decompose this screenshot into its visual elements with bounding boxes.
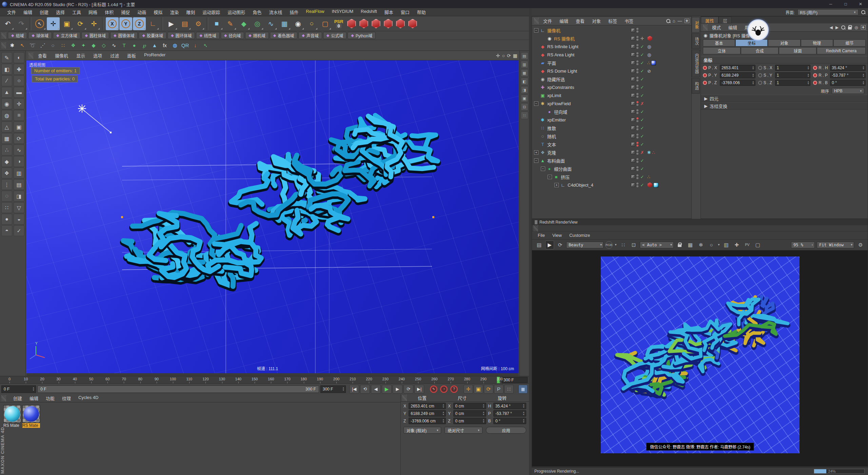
view-strip-icon-7[interactable]: ∷ xyxy=(521,112,528,119)
value-input[interactable]: 1▲▼ xyxy=(775,65,811,71)
amplify-tool-icon[interactable]: △ xyxy=(1,121,12,132)
play-forwards-button[interactable]: ▶ xyxy=(382,385,392,394)
view-strip-icon-6[interactable]: ⊡ xyxy=(521,103,528,111)
pinch-tool-icon[interactable]: ≡ xyxy=(14,110,24,121)
fx-icon[interactable]: fx xyxy=(160,41,170,50)
om-menu-对象[interactable]: 对象 xyxy=(588,18,605,24)
material-menu-功能[interactable]: 功能 xyxy=(42,395,58,401)
render-view-icon[interactable]: ▶ xyxy=(165,17,178,30)
keyframe-dot[interactable] xyxy=(758,81,762,85)
material-menu-编辑[interactable]: 编辑 xyxy=(26,395,42,401)
panel-divider[interactable] xyxy=(529,8,532,475)
autokey-button[interactable]: ◔ xyxy=(439,385,449,394)
visibility-dots[interactable] xyxy=(636,117,638,122)
menu-雕刻[interactable]: 雕刻 xyxy=(182,9,199,15)
target-tag[interactable]: ◎ xyxy=(647,52,651,57)
grid-array-icon[interactable]: ∷ xyxy=(58,41,68,50)
layer-color-box[interactable] xyxy=(631,175,635,179)
panel-grip[interactable] xyxy=(1,395,6,401)
matrix-icon[interactable]: ✦ xyxy=(79,41,88,50)
symmetry-tool-icon[interactable]: ◨ xyxy=(14,191,24,202)
enable-state[interactable]: ✓ xyxy=(640,174,645,179)
tag-icon[interactable]: ✓ xyxy=(14,225,24,236)
select-edges-icon[interactable]: ∿ xyxy=(14,145,24,155)
visibility-dots[interactable] xyxy=(636,166,638,171)
field-button-随机域[interactable]: ◆随机域 xyxy=(245,32,269,39)
record-pla-button[interactable]: ∷ xyxy=(504,385,514,394)
viewport-menu-显示[interactable]: 显示 xyxy=(72,52,89,59)
field-button-圆柱体域[interactable]: ◆圆柱体域 xyxy=(81,32,109,39)
coord-input-X[interactable]: 0 cm▲▼ xyxy=(453,403,486,409)
apply-button[interactable]: 应用 xyxy=(486,427,526,434)
enable-state[interactable]: ✓ xyxy=(640,166,645,171)
keyframe-dot[interactable] xyxy=(703,73,707,77)
visibility-dots[interactable] xyxy=(636,60,638,65)
snake-icon[interactable]: ➴ xyxy=(201,41,210,50)
layer-color-box[interactable] xyxy=(631,142,635,146)
fracture-icon[interactable]: ◆ xyxy=(89,41,98,50)
pan-view-icon[interactable]: ✛ xyxy=(496,53,500,58)
rv-menu-Customize[interactable]: Customize xyxy=(566,233,594,238)
enable-state[interactable]: ✗ xyxy=(640,150,645,155)
moinstance-icon[interactable]: ℘ xyxy=(140,41,149,50)
previous-frame-button[interactable]: ◀ xyxy=(371,385,381,394)
projection-tool-icon[interactable]: ⋮ xyxy=(1,179,12,190)
select-points-icon[interactable]: ∴ xyxy=(1,145,12,155)
enable-state[interactable]: ✓ xyxy=(640,158,645,163)
menu-角色[interactable]: 角色 xyxy=(249,9,265,15)
lock-y-axis-icon[interactable]: Y xyxy=(119,17,132,30)
object-row-隐藏所选[interactable]: ◉隐藏所选✓ xyxy=(532,75,691,83)
view-strip-icon-3[interactable]: ◧ xyxy=(521,78,528,85)
current-frame-spinner[interactable]: 0 F▲▼ xyxy=(1,385,36,393)
lock-z-axis-icon[interactable]: Z xyxy=(133,17,146,30)
object-row-RS Infinite Light[interactable]: ◆RS Infinite Light✓◎ xyxy=(532,42,691,51)
menu-RealFlow[interactable]: RealFlow xyxy=(302,9,328,15)
weight-icon[interactable]: ◓ xyxy=(1,225,12,236)
record-scale-button[interactable]: ▣ xyxy=(474,385,483,394)
attr-section-button-对象[interactable]: 对象 xyxy=(768,39,800,46)
radial-cloner-icon[interactable]: ◌ xyxy=(48,41,58,50)
keyframe-dot[interactable] xyxy=(703,81,707,85)
visibility-dots[interactable] xyxy=(636,36,638,41)
render-settings-gear-icon[interactable]: ⚙ xyxy=(856,241,865,249)
layer-color-box[interactable] xyxy=(631,126,635,130)
object-row-RS Area Light[interactable]: ◆RS Area Light✓◎ xyxy=(532,51,691,59)
psr-record-icon[interactable]: PSR0 xyxy=(332,17,345,30)
keyframe-dot[interactable] xyxy=(703,66,707,70)
field-button-组域[interactable]: ◆组域 xyxy=(8,32,27,39)
layer-color-box[interactable] xyxy=(631,110,635,114)
menu-模拟[interactable]: 模拟 xyxy=(150,9,166,15)
viewport-menu-ProRender[interactable]: ProRender xyxy=(140,52,170,59)
coordinate-system-icon[interactable]: ∟ xyxy=(146,17,159,30)
bucket-grid-icon[interactable]: ∷ xyxy=(619,241,628,249)
toggle-views-icon[interactable]: ▦ xyxy=(513,53,517,58)
grid-icon[interactable]: ▦ xyxy=(686,241,695,249)
object-row-随机[interactable]: ◌随机✓ xyxy=(532,132,691,140)
manager-tab-内容浏览器[interactable]: 内容浏览器 xyxy=(692,50,700,77)
material-menu-Cycles 4D[interactable]: Cycles 4D xyxy=(75,395,102,401)
rs-point-light-icon[interactable] xyxy=(346,18,357,30)
zoom-view-icon[interactable]: ○ xyxy=(502,53,505,58)
copy-image-icon[interactable]: ▢ xyxy=(753,241,762,249)
aov-select[interactable]: Beauty▼ xyxy=(566,242,604,248)
expand-toggle[interactable]: − xyxy=(534,158,538,163)
object-row-克隆[interactable]: +❖克隆✗✱∴ xyxy=(532,148,691,156)
panel-grip[interactable] xyxy=(533,225,538,231)
enable-state[interactable]: ✗ xyxy=(640,101,645,106)
am-add-icon[interactable]: ✚ xyxy=(861,25,866,30)
motext-icon[interactable]: T xyxy=(119,41,129,50)
layer-color-box[interactable] xyxy=(631,61,635,65)
drop-icon[interactable]: ↓ xyxy=(191,41,200,50)
layer-color-box[interactable] xyxy=(631,158,635,163)
menu-捕捉[interactable]: 捕捉 xyxy=(117,9,134,15)
om-menu-查看[interactable]: 查看 xyxy=(572,18,588,24)
coord-input-Y[interactable]: 0 cm▲▼ xyxy=(453,410,486,417)
layer-color-box[interactable] xyxy=(631,183,635,187)
record-rotation-button[interactable]: ⟳ xyxy=(484,385,493,394)
menu-选择[interactable]: 选择 xyxy=(52,9,68,15)
coordinate-mode-select[interactable]: 对象 (相对)▼ xyxy=(403,427,441,434)
menu-动画[interactable]: 动画 xyxy=(134,9,150,15)
manager-tab-场次[interactable]: 场次 xyxy=(692,33,700,49)
visibility-dots[interactable] xyxy=(636,134,638,138)
enable-state[interactable]: ✓ xyxy=(640,93,645,98)
